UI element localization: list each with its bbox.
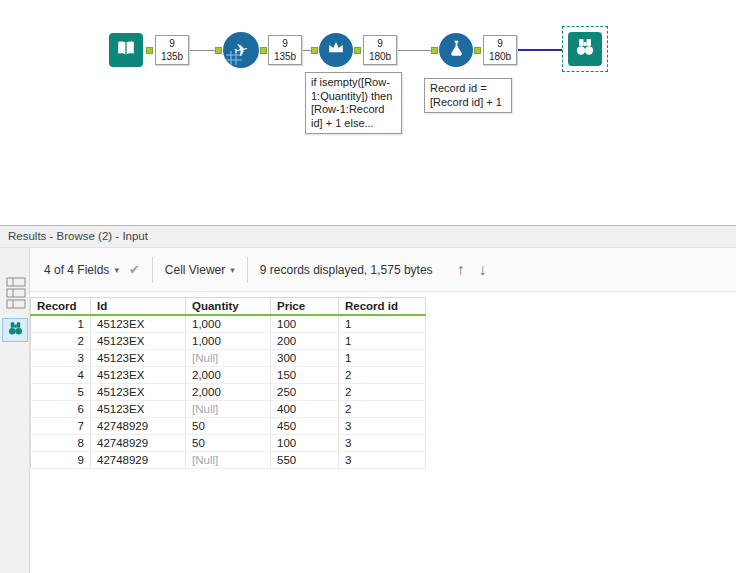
table-cell[interactable]: 7 bbox=[31, 418, 91, 435]
table-cell[interactable]: 42748929 bbox=[91, 435, 186, 452]
table-cell[interactable]: 45123EX bbox=[91, 401, 186, 418]
table-cell[interactable]: 4 bbox=[31, 367, 91, 384]
table-cell[interactable]: 9 bbox=[31, 452, 91, 469]
book-icon bbox=[115, 37, 137, 63]
cell-viewer-dropdown[interactable]: Cell Viewer ▾ bbox=[165, 263, 235, 277]
output-anchor[interactable] bbox=[260, 47, 267, 54]
table-cell[interactable]: 45123EX bbox=[91, 384, 186, 401]
table-row: 445123EX2,0001502 bbox=[31, 367, 426, 384]
records-status-text: 9 records displayed, 1,575 bytes bbox=[260, 263, 433, 277]
table-cell[interactable]: 150 bbox=[271, 367, 339, 384]
table-row: 145123EX1,0001001 bbox=[31, 315, 426, 333]
browse-view-binoculars-icon bbox=[6, 319, 25, 342]
table-cell[interactable]: 1 bbox=[31, 315, 91, 333]
cell-viewer-label: Cell Viewer bbox=[165, 263, 225, 277]
table-cell[interactable]: 3 bbox=[339, 435, 426, 452]
table-cell[interactable]: 2,000 bbox=[186, 367, 271, 384]
input-anchor[interactable] bbox=[311, 47, 318, 54]
table-cell[interactable]: 400 bbox=[271, 401, 339, 418]
table-cell[interactable]: 2 bbox=[31, 333, 91, 350]
browse-tool-selection[interactable] bbox=[562, 26, 608, 72]
record-count-badge[interactable]: 9 180b bbox=[483, 35, 517, 65]
table-cell[interactable]: 250 bbox=[271, 384, 339, 401]
badge-count: 9 bbox=[484, 37, 516, 50]
check-icon[interactable]: ✔ bbox=[129, 262, 140, 277]
table-cell[interactable]: 1 bbox=[339, 333, 426, 350]
record-count-badge[interactable]: 9 135b bbox=[268, 35, 302, 65]
table-row: 545123EX2,0002502 bbox=[31, 384, 426, 401]
table-cell[interactable]: 45123EX bbox=[91, 350, 186, 367]
workflow-canvas[interactable]: 9 135b ✈ 9 135b 9 180b if isempty([Row-1… bbox=[0, 0, 736, 225]
connection-line[interactable] bbox=[398, 50, 431, 51]
input-data-tool[interactable] bbox=[109, 33, 143, 67]
table-cell[interactable]: 2 bbox=[339, 401, 426, 418]
table-cell[interactable]: 45123EX bbox=[91, 315, 186, 333]
multi-row-formula-tool[interactable] bbox=[319, 33, 353, 67]
connection-line[interactable] bbox=[303, 50, 311, 51]
table-row: 245123EX1,0002001 bbox=[31, 333, 426, 350]
record-count-badge[interactable]: 9 135b bbox=[155, 35, 189, 65]
column-header-record[interactable]: Record bbox=[31, 298, 91, 316]
table-cell[interactable]: 3 bbox=[339, 418, 426, 435]
column-header-id[interactable]: Id bbox=[91, 298, 186, 316]
flask-icon bbox=[446, 38, 467, 63]
record-count-badge[interactable]: 9 180b bbox=[363, 35, 397, 65]
table-cell[interactable]: 2 bbox=[339, 367, 426, 384]
badge-size: 135b bbox=[156, 50, 188, 63]
multi-row-formula-annotation[interactable]: if isempty([Row-1:Quantity]) then [Row-1… bbox=[305, 72, 402, 134]
table-cell[interactable]: 45123EX bbox=[91, 333, 186, 350]
toolbar-separator bbox=[247, 257, 248, 283]
table-cell[interactable]: [Null] bbox=[186, 401, 271, 418]
input-anchor[interactable] bbox=[431, 47, 438, 54]
badge-size: 135b bbox=[269, 50, 301, 63]
table-cell[interactable]: 1,000 bbox=[186, 315, 271, 333]
fields-dropdown[interactable]: 4 of 4 Fields ▾ bbox=[44, 263, 119, 277]
table-cell[interactable]: 42748929 bbox=[91, 418, 186, 435]
grid-view-button[interactable] bbox=[4, 276, 27, 314]
results-table-header-row: RecordIdQuantityPriceRecord id bbox=[31, 298, 426, 316]
down-arrow-icon[interactable]: ↓ bbox=[479, 261, 487, 279]
table-cell[interactable]: 5 bbox=[31, 384, 91, 401]
column-header-record-id[interactable]: Record id bbox=[339, 298, 426, 316]
selected-connection-line[interactable] bbox=[518, 49, 562, 51]
connection-line[interactable] bbox=[190, 50, 215, 51]
table-cell[interactable]: [Null] bbox=[186, 350, 271, 367]
table-cell[interactable]: 100 bbox=[271, 435, 339, 452]
airplane-tool[interactable]: ✈ bbox=[223, 32, 259, 68]
table-cell[interactable]: 450 bbox=[271, 418, 339, 435]
table-cell[interactable]: 100 bbox=[271, 315, 339, 333]
formula-tool[interactable] bbox=[439, 33, 473, 67]
results-left-strip bbox=[0, 248, 30, 573]
table-row: 645123EX[Null]4002 bbox=[31, 401, 426, 418]
input-anchor[interactable] bbox=[215, 47, 222, 54]
table-cell[interactable]: 1 bbox=[339, 315, 426, 333]
grid-view-icon bbox=[6, 277, 26, 313]
table-cell[interactable]: 8 bbox=[31, 435, 91, 452]
table-cell[interactable]: 3 bbox=[339, 452, 426, 469]
output-anchor[interactable] bbox=[354, 47, 361, 54]
results-toolbar: 4 of 4 Fields ▾ ✔ Cell Viewer ▾ 9 record… bbox=[30, 248, 736, 292]
badge-size: 180b bbox=[484, 50, 516, 63]
table-cell[interactable]: 1,000 bbox=[186, 333, 271, 350]
table-cell[interactable]: 50 bbox=[186, 435, 271, 452]
table-cell[interactable]: 6 bbox=[31, 401, 91, 418]
output-anchor[interactable] bbox=[146, 47, 153, 54]
table-cell[interactable]: 1 bbox=[339, 350, 426, 367]
browse-tool[interactable] bbox=[568, 32, 602, 66]
table-cell[interactable]: 3 bbox=[31, 350, 91, 367]
output-anchor[interactable] bbox=[474, 47, 481, 54]
column-header-quantity[interactable]: Quantity bbox=[186, 298, 271, 316]
table-cell[interactable]: 550 bbox=[271, 452, 339, 469]
browse-view-button[interactable] bbox=[2, 318, 28, 342]
formula-annotation[interactable]: Record id = [Record id] + 1 bbox=[424, 78, 512, 113]
table-cell[interactable]: [Null] bbox=[186, 452, 271, 469]
table-cell[interactable]: 42748929 bbox=[91, 452, 186, 469]
table-cell[interactable]: 200 bbox=[271, 333, 339, 350]
table-cell[interactable]: 50 bbox=[186, 418, 271, 435]
column-header-price[interactable]: Price bbox=[271, 298, 339, 316]
table-cell[interactable]: 2,000 bbox=[186, 384, 271, 401]
up-arrow-icon[interactable]: ↑ bbox=[457, 261, 465, 279]
table-cell[interactable]: 300 bbox=[271, 350, 339, 367]
table-cell[interactable]: 45123EX bbox=[91, 367, 186, 384]
table-cell[interactable]: 2 bbox=[339, 384, 426, 401]
